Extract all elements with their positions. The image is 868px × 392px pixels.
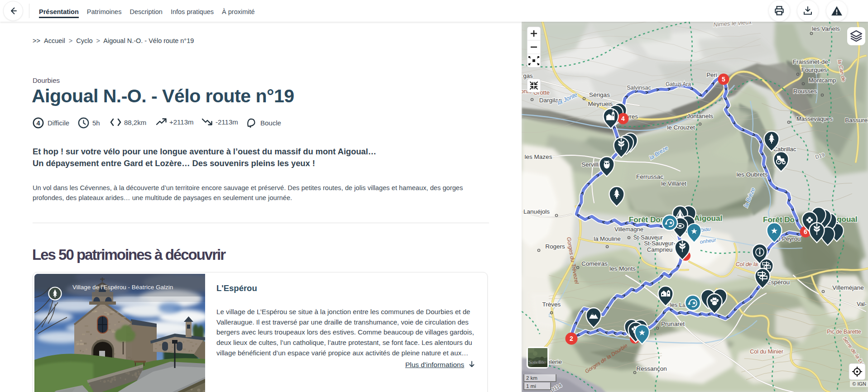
svg-text:Cabrillac: Cabrillac bbox=[773, 146, 796, 153]
svg-text:Bassurels: Bassurels bbox=[845, 117, 868, 124]
svg-text:Rousses: Rousses bbox=[793, 88, 817, 95]
svg-text:le Crouzet: le Crouzet bbox=[667, 124, 695, 131]
svg-text:t Peyrou: t Peyrou bbox=[779, 235, 801, 242]
svg-text:Ressançon: Ressançon bbox=[636, 365, 667, 372]
svg-text:les Vanels: les Vanels bbox=[812, 25, 840, 32]
svg-text:gas: gas bbox=[523, 72, 533, 79]
svg-text:Massevaques: Massevaques bbox=[796, 115, 833, 122]
svg-text:Forêt Do: Forêt Do bbox=[763, 215, 795, 224]
svg-text:Lanuéjols: Lanuéjols bbox=[523, 208, 550, 215]
svg-text:Montcamp: Montcamp bbox=[809, 77, 836, 84]
svg-text:Peri: Peri bbox=[706, 72, 717, 78]
svg-text:Jontanels: Jontanels bbox=[687, 113, 713, 120]
svg-text:Aigoual: Aigoual bbox=[694, 214, 722, 223]
svg-text:Comeiras: Comeiras bbox=[581, 260, 608, 267]
svg-text:2 km: 2 km bbox=[526, 375, 537, 381]
svg-text:St-Sauveur-: St-Sauveur- bbox=[644, 240, 675, 247]
svg-text:les Oubrets: les Oubrets bbox=[736, 171, 767, 178]
svg-text:Espérou: Espérou bbox=[767, 279, 790, 286]
svg-text:Gatuzi Ara: Gatuzi Ara bbox=[666, 81, 691, 87]
svg-text:Satellite: Satellite bbox=[528, 359, 546, 365]
svg-text:Rogers: Rogers bbox=[545, 243, 565, 250]
svg-text:Col du Minier: Col du Minier bbox=[750, 349, 783, 355]
svg-text:Servilli: Servilli bbox=[581, 161, 599, 168]
svg-text:Villemagne: Villemagne bbox=[614, 226, 643, 233]
svg-text:Salvinsac: Salvinsac bbox=[627, 85, 651, 91]
svg-text:Val-: Val- bbox=[857, 301, 867, 307]
svg-text:2: 2 bbox=[570, 335, 573, 342]
svg-text:Fraissinet-de-: Fraissinet-de- bbox=[793, 58, 830, 65]
svg-text:1 mi: 1 mi bbox=[526, 383, 536, 389]
svg-text:© IGN: © IGN bbox=[852, 381, 866, 387]
svg-text:Trèves: Trèves bbox=[542, 301, 561, 308]
svg-text:Meyrueis: Meyrueis bbox=[588, 100, 613, 107]
svg-text:les La: les La bbox=[670, 301, 686, 308]
svg-text:Camprieu: Camprieu bbox=[647, 246, 672, 253]
svg-text:Pic de Barette: Pic de Barette bbox=[827, 329, 861, 335]
svg-text:Sérigas: Sérigas bbox=[589, 91, 610, 98]
svg-text:le Villaret: le Villaret bbox=[661, 180, 686, 187]
svg-text:Villeméjane: Villeméjane bbox=[832, 284, 864, 291]
svg-text:les Monts: les Monts bbox=[609, 265, 636, 272]
svg-text:Fourques: Fourques bbox=[801, 67, 827, 73]
svg-text:Ferrussac: Ferrussac bbox=[636, 173, 663, 180]
svg-text:la Mouline: la Mouline bbox=[594, 235, 620, 242]
svg-text:4: 4 bbox=[621, 115, 625, 122]
svg-text:les Mazes: les Mazes bbox=[525, 153, 552, 160]
svg-text:Prunaret: Prunaret bbox=[661, 320, 685, 327]
svg-text:4: 4 bbox=[36, 120, 40, 127]
svg-text:5: 5 bbox=[722, 76, 725, 83]
